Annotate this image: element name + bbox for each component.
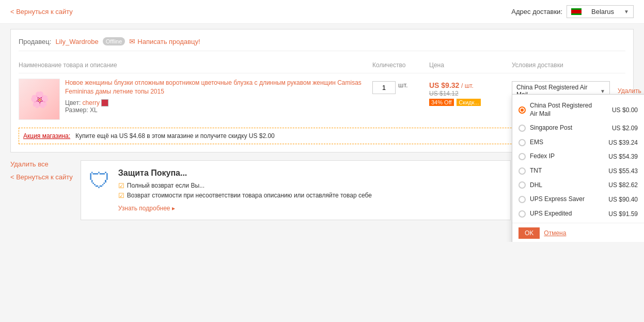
dropdown-footer: OK Отмена [512,223,644,242]
cancel-link[interactable]: Отмена [544,229,566,237]
shipping-option-6[interactable]: UPS Express Saver US $90.40 4-8 дн. [512,192,644,207]
protection-title: Защита Покупа... [118,168,372,178]
col-price: Цена [429,62,507,69]
radio-btn-7 [519,210,526,218]
option-name-3: Fedex IP [530,152,604,161]
qty-unit: шт. [398,81,408,89]
col-quantity: Количество [372,62,424,69]
shipping-option-5[interactable]: DHL US $82.62 4-8 дн. [512,178,644,193]
quantity-cell: шт. [372,79,424,94]
option-days-5: 4-8 дн. [642,181,644,189]
envelope-icon: ✉ [129,37,135,45]
product-size: Размер: XL [65,106,367,114]
size-value: XL [90,106,98,114]
option-name-0: China Post RegisteredAir Mail [530,102,604,118]
table-header: Наименование товара и описание Количеств… [19,57,625,73]
product-image [19,79,60,120]
shipping-dropdown: China Post RegisteredAir Mail US $0.00 1… [512,94,644,242]
radio-btn-1 [519,125,526,132]
price-original: US $14.12 [429,90,459,97]
option-price-5: US $82.62 [604,181,638,189]
color-label: Цвет: [65,99,81,106]
discount-badge: 34% Off [429,99,454,106]
protection-content: Защита Покупа... ☑ Полный возврат если В… [118,168,372,212]
option-days-6: 4-8 дн. [642,196,644,203]
cart-box: Продавец: Lily_Wardrobe Offline ✉ Написа… [10,29,634,152]
protection-item-2-text: Возврат стоимости при несоответствии тов… [127,192,372,199]
delivery-label: Адрес доставки: [511,8,562,16]
radio-btn-2 [519,139,526,146]
shield-icon: 🛡 [89,168,111,193]
bottom-back-link[interactable]: < Вернуться к сайту [10,173,73,181]
option-days-0: 15-60 дн. [642,106,644,114]
color-value: cherry [83,99,100,106]
option-price-3: US $54.39 [604,153,638,160]
price-main-row: US $9.32 / шт. [429,81,507,89]
seller-name-link[interactable]: Lily_Wardrobe [55,38,98,45]
bottom-left: Удалить все < Вернуться к сайту [10,160,73,181]
seller-label: Продавец: [19,38,51,45]
product-info: Новое женщины блузки отложным воротником… [19,79,367,120]
option-name-7: UPS Expedited [530,210,604,218]
delete-all-link[interactable]: Удалить все [10,160,49,168]
option-price-4: US $55.43 [604,167,638,175]
shipping-option-0[interactable]: China Post RegisteredAir Mail US $0.00 1… [512,99,644,121]
option-name-1: Singapore Post [530,124,604,132]
option-days-2: 7-20 дн. [642,139,644,146]
shipping-option-7[interactable]: UPS Expedited US $91.59 4-8 дн. [512,207,644,221]
seller-row: Продавец: Lily_Wardrobe Offline ✉ Написа… [19,37,625,51]
main-container: Продавец: Lily_Wardrobe Offline ✉ Написа… [0,24,644,242]
price-per: / шт. [461,82,474,89]
message-label: Написать продавцу! [137,38,200,45]
shipping-cell: China Post Registered Air Mail ▼ Удалить… [512,79,625,101]
option-price-7: US $91.59 [604,210,638,218]
option-name-6: UPS Express Saver [530,195,604,204]
option-name-5: DHL [530,181,604,190]
country-selector[interactable]: Belarus ▼ [567,5,634,18]
learn-more-link[interactable]: Узнать подробнее ▸ [118,205,175,212]
option-days-7: 4-8 дн. [642,210,644,218]
delivery-address-section: Адрес доставки: Belarus ▼ [511,5,634,18]
radio-btn-4 [519,167,526,175]
promo-label[interactable]: Акция магазина: [23,132,70,140]
size-label: Размер: [65,106,88,114]
shipping-chevron-icon: ▼ [600,88,605,94]
option-price-6: US $90.40 [604,196,638,203]
shipping-summary-row: Доставка (1 товар): US $0.00 [631,79,644,86]
product-attrs: Цвет: cherry Размер: XL [65,99,367,114]
product-details: Новое женщины блузки отложным воротником… [65,79,367,120]
option-name-4: TNT [530,167,604,175]
product-title-link[interactable]: Новое женщины блузки отложным воротником… [65,79,362,95]
shipping-option-4[interactable]: TNT US $55.43 4-8 дн. [512,164,644,178]
message-seller-link[interactable]: ✉ Написать продавцу! [129,37,200,45]
option-days-4: 4-8 дн. [642,167,644,175]
option-days-1: 15-60 дн. [642,125,644,132]
protection-item-2: ☑ Возврат стоимости при несоответствии т… [118,192,372,200]
color-swatch-icon [101,99,108,106]
promo-text: Купите ещё на US $4.68 в этом магазине и… [75,132,579,140]
option-price-1: US $2.09 [604,125,638,132]
checkbox-icon-1: ☑ [118,182,124,190]
option-name-2: EMS [530,139,604,147]
shipping-option-3[interactable]: Fedex IP US $54.39 4-8 дн. [512,149,644,164]
radio-btn-6 [519,196,526,203]
option-days-3: 4-8 дн. [642,153,644,160]
price-cell: US $9.32 / шт. US $14.12 34% Off Скидк..… [429,79,507,106]
protection-item-1-text: Полный возврат если Вы... [127,182,205,189]
back-to-site-link[interactable]: < Вернуться к сайту [10,8,73,16]
radio-btn-0 [519,106,526,114]
chevron-down-icon: ▼ [624,9,629,14]
shipping-option-2[interactable]: EMS US $39.24 7-20 дн. [512,135,644,150]
top-bar: < Вернуться к сайту Адрес доставки: Bela… [0,0,644,24]
shipping-option-1[interactable]: Singapore Post US $2.09 15-60 дн. [512,121,644,135]
col-product: Наименование товара и описание [19,62,367,69]
product-row: Новое женщины блузки отложным воротником… [19,79,625,120]
quantity-input[interactable] [372,81,396,94]
ok-button[interactable]: OK [519,227,540,239]
option-price-0: US $0.00 [604,106,638,114]
protection-box: 🛡 Защита Покупа... ☑ Полный возврат если… [81,160,511,220]
product-img-inner [19,79,59,119]
col-shipping: Условия доставки [512,62,625,69]
checkbox-icon-2: ☑ [118,192,124,200]
radio-btn-5 [519,181,526,189]
